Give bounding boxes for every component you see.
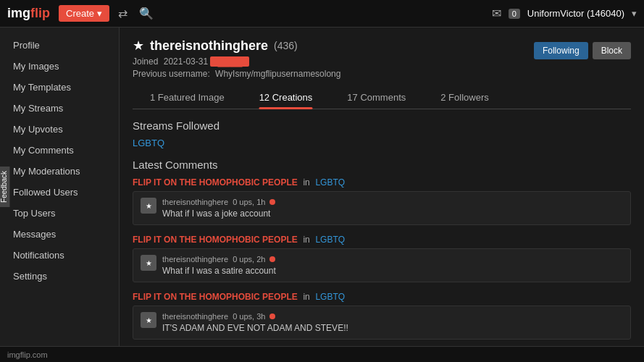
comment-1-stream-link[interactable]: LGBTQ <box>315 177 345 188</box>
tab-comments[interactable]: 17 Comments <box>330 86 423 109</box>
profile-name-row: ★ thereisnothinghere (436) <box>133 38 340 54</box>
profile-tabs: 1 Featured Image 12 Creations 17 Comment… <box>133 86 631 109</box>
comment-1-header: FLIP IT ON THE HOMOPHOBIC PEOPLE in LGBT… <box>133 177 631 188</box>
nav-dropdown-icon[interactable]: ▾ <box>632 8 637 19</box>
sidebar-item-my-moderations[interactable]: My Moderations <box>0 161 119 182</box>
profile-joined: Joined 2021-03-31 ████ <box>133 56 340 67</box>
comment-3-text: IT'S ADAM AND EVE NOT ADAM AND STEVE!! <box>162 323 623 333</box>
latest-comments-title: Latest Comments <box>133 159 631 171</box>
tab-followers[interactable]: 2 Followers <box>423 86 506 109</box>
profile-prev-username: Previous username: WhyIsmy/mgflipusernam… <box>133 69 340 79</box>
content: ★ thereisnothinghere (436) Joined 2021-0… <box>120 28 644 346</box>
prev-username: WhyIsmy/mgflipusernamesolong <box>215 69 340 79</box>
profile-header: ★ thereisnothinghere (436) Joined 2021-0… <box>133 38 631 79</box>
comment-2-dot <box>269 256 275 262</box>
nav-username[interactable]: UniformVictor (146040) <box>527 8 624 19</box>
create-button[interactable]: Create ▾ <box>59 5 109 22</box>
joined-label: Joined <box>133 56 158 67</box>
comment-2-box: ★ thereisnothinghere 0 ups, 2h What if I… <box>133 248 631 282</box>
comment-3-body: thereisnothinghere 0 ups, 3h IT'S ADAM A… <box>162 312 623 333</box>
sidebar-item-messages[interactable]: Messages <box>0 224 119 245</box>
sidebar: Feedback Profile My Images My Templates … <box>0 28 120 346</box>
comment-entry-3: FLIP IT ON THE HOMOPHOBIC PEOPLE in LGBT… <box>133 291 631 340</box>
search-icon[interactable]: 🔍 <box>136 7 156 20</box>
comment-1-author[interactable]: thereisnothinghere <box>162 198 228 206</box>
comment-2-author[interactable]: thereisnothinghere <box>162 255 228 264</box>
comment-3-box: ★ thereisnothinghere 0 ups, 3h IT'S ADAM… <box>133 306 631 340</box>
tab-featured-image[interactable]: 1 Featured Image <box>133 86 242 109</box>
sidebar-item-settings[interactable]: Settings <box>0 266 119 287</box>
comment-2-avatar: ★ <box>141 255 156 271</box>
sidebar-item-my-upvotes[interactable]: My Upvotes <box>0 119 119 140</box>
profile-left: ★ thereisnothinghere (436) Joined 2021-0… <box>133 38 340 79</box>
main-layout: Feedback Profile My Images My Templates … <box>0 28 644 346</box>
prev-label: Previous username: <box>133 69 210 79</box>
sidebar-item-notifications[interactable]: Notifications <box>0 245 119 266</box>
footer-bar: imgflip.com <box>0 346 644 362</box>
footer-text: imgflip.com <box>7 350 48 359</box>
comment-2-meta: thereisnothinghere 0 ups, 2h <box>162 255 623 264</box>
comment-3-avatar: ★ <box>141 312 156 328</box>
comment-3-in: in <box>303 292 309 302</box>
sidebar-item-my-templates[interactable]: My Templates <box>0 77 119 98</box>
comment-2-header: FLIP IT ON THE HOMOPHOBIC PEOPLE in LGBT… <box>133 234 631 245</box>
following-button[interactable]: Following <box>534 42 588 59</box>
comment-2-stream-link[interactable]: LGBTQ <box>315 235 345 245</box>
comment-2-post-link[interactable]: FLIP IT ON THE HOMOPHOBIC PEOPLE <box>133 235 298 245</box>
comment-entry-1: FLIP IT ON THE HOMOPHOBIC PEOPLE in LGBT… <box>133 177 631 225</box>
comment-3-header: FLIP IT ON THE HOMOPHOBIC PEOPLE in LGBT… <box>133 291 631 302</box>
mail-count: 0 <box>509 9 520 19</box>
sidebar-item-followed-users[interactable]: Followed Users <box>0 182 119 203</box>
star-icon: ★ <box>133 38 144 54</box>
comment-1-text: What if I was a joke account <box>162 209 623 219</box>
profile-id: (436) <box>274 40 298 51</box>
streams-followed-section: Streams Followed LGBTQ <box>133 119 631 148</box>
comment-1-dot <box>269 199 275 205</box>
comment-3-ups: 0 ups, 3h <box>233 312 265 321</box>
comment-1-avatar: ★ <box>141 198 156 214</box>
comment-1-box: ★ thereisnothinghere 0 ups, 1h What if I… <box>133 191 631 225</box>
nav-right: ✉ 0 UniformVictor (146040) ▾ <box>492 7 637 20</box>
comment-1-body: thereisnothinghere 0 ups, 1h What if I w… <box>162 198 623 219</box>
comment-1-ups: 0 ups, 1h <box>233 198 265 206</box>
comment-3-post-link[interactable]: FLIP IT ON THE HOMOPHOBIC PEOPLE <box>133 292 298 302</box>
block-button[interactable]: Block <box>593 42 631 59</box>
comment-3-author[interactable]: thereisnothinghere <box>162 312 228 321</box>
comment-2-ups: 0 ups, 2h <box>233 255 265 264</box>
comment-3-dot <box>269 313 275 319</box>
redacted-text: ████ <box>210 56 249 67</box>
lgbtq-stream-link[interactable]: LGBTQ <box>133 138 631 148</box>
comment-1-in: in <box>303 177 309 188</box>
create-label: Create <box>66 8 94 19</box>
sidebar-item-my-images[interactable]: My Images <box>0 56 119 77</box>
sidebar-item-profile[interactable]: Profile <box>0 35 119 56</box>
profile-actions: Following Block <box>534 42 631 59</box>
top-nav: imgflip Create ▾ ⇄ 🔍 ✉ 0 UniformVictor (… <box>0 0 644 28</box>
tab-creations[interactable]: 12 Creations <box>242 86 330 109</box>
latest-comments-section: Latest Comments FLIP IT ON THE HOMOPHOBI… <box>133 159 631 340</box>
comment-2-in: in <box>303 235 309 245</box>
create-arrow-icon: ▾ <box>97 8 102 19</box>
sidebar-item-my-comments[interactable]: My Comments <box>0 140 119 161</box>
comment-3-stream-link[interactable]: LGBTQ <box>315 292 345 302</box>
logo[interactable]: imgflip <box>7 6 50 21</box>
sidebar-item-top-users[interactable]: Top Users <box>0 203 119 224</box>
comment-1-meta: thereisnothinghere 0 ups, 1h <box>162 198 623 206</box>
joined-date: 2021-03-31 <box>164 56 208 67</box>
streams-followed-title: Streams Followed <box>133 119 631 132</box>
comment-entry-2: FLIP IT ON THE HOMOPHOBIC PEOPLE in LGBT… <box>133 234 631 282</box>
profile-username: thereisnothinghere <box>150 38 268 54</box>
mail-icon[interactable]: ✉ <box>492 7 501 20</box>
comment-2-body: thereisnothinghere 0 ups, 2h What if I w… <box>162 255 623 276</box>
sidebar-item-my-streams[interactable]: My Streams <box>0 98 119 119</box>
comment-1-post-link[interactable]: FLIP IT ON THE HOMOPHOBIC PEOPLE <box>133 177 298 188</box>
shuffle-icon[interactable]: ⇄ <box>115 7 130 20</box>
comment-2-text: What if I was a satire account <box>162 266 623 276</box>
comment-3-meta: thereisnothinghere 0 ups, 3h <box>162 312 623 321</box>
feedback-tab[interactable]: Feedback <box>0 167 9 207</box>
